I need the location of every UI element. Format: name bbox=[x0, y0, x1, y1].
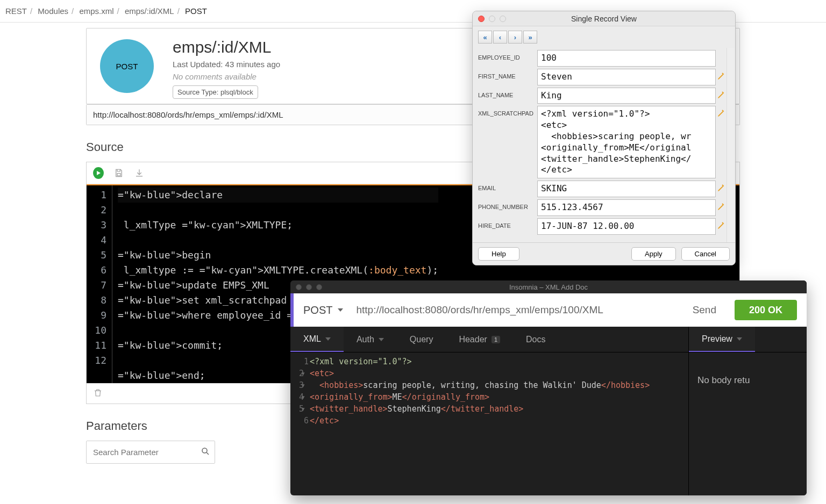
header-count-badge: 1 bbox=[492, 336, 500, 343]
edit-icon[interactable] bbox=[717, 91, 725, 99]
tab-preview-label: Preview bbox=[702, 334, 732, 344]
record-field-last_name: LAST_NAMEKing bbox=[478, 88, 730, 104]
request-body-editor[interactable]: 1 <?xml version="1.0"?>2▾<etc>3▾ <hobbie… bbox=[290, 352, 688, 495]
srv-nav: « ‹ › » bbox=[473, 26, 735, 48]
body-line[interactable]: 2▾<etc> bbox=[290, 368, 688, 379]
tab-query[interactable]: Query bbox=[397, 327, 446, 352]
chevron-down-icon bbox=[325, 337, 331, 341]
help-button[interactable]: Help bbox=[478, 247, 519, 261]
parameter-search-input[interactable] bbox=[93, 448, 195, 457]
field-label: XML_SCRATCHPAD bbox=[478, 106, 537, 117]
tab-body[interactable]: XML bbox=[290, 327, 344, 352]
body-line[interactable]: 6 </etc> bbox=[290, 415, 688, 427]
edit-icon[interactable] bbox=[717, 109, 725, 118]
insomnia-window-title: Insomnia – XML Add Doc bbox=[290, 283, 807, 291]
record-field-email: EMAILSKING bbox=[478, 181, 730, 197]
chevron-down-icon bbox=[379, 338, 384, 341]
request-method-dropdown[interactable]: POST bbox=[294, 304, 353, 316]
send-button[interactable]: Send bbox=[680, 304, 729, 316]
save-button[interactable] bbox=[113, 168, 124, 178]
tab-auth[interactable]: Auth bbox=[344, 327, 397, 352]
apply-button[interactable]: Apply bbox=[631, 247, 676, 261]
edit-icon[interactable] bbox=[717, 221, 725, 230]
field-value[interactable]: 100 bbox=[537, 50, 716, 67]
srv-window-title: Single Record View bbox=[473, 15, 735, 23]
crumb-empsxml[interactable]: emps.xml bbox=[79, 6, 113, 16]
trash-icon[interactable] bbox=[93, 391, 103, 399]
field-value[interactable]: SKING bbox=[537, 181, 716, 197]
body-line[interactable]: 3▾ <hobbies>scaring people, writing, cha… bbox=[290, 379, 688, 391]
body-line[interactable]: 1 <?xml version="1.0"?> bbox=[290, 356, 688, 368]
last-record-button[interactable]: » bbox=[523, 31, 537, 44]
record-field-xml_scratchpad: XML_SCRATCHPAD<?xml version="1.0"?> <etc… bbox=[478, 106, 730, 178]
tab-header[interactable]: Header 1 bbox=[446, 327, 513, 352]
field-value[interactable]: Steven bbox=[537, 69, 716, 85]
field-value[interactable]: 515.123.4567 bbox=[537, 199, 716, 216]
search-icon bbox=[201, 447, 210, 458]
body-line[interactable]: 5▾<twitter_handle>StephenKing</twitter_h… bbox=[290, 403, 688, 415]
single-record-view-window[interactable]: Single Record View « ‹ › » EMPLOYEE_ID10… bbox=[472, 11, 736, 265]
field-label: PHONE_NUMBER bbox=[478, 199, 537, 210]
record-field-phone_number: PHONE_NUMBER515.123.4567 bbox=[478, 199, 730, 216]
record-field-hire_date: HIRE_DATE17-JUN-87 12.00.00 bbox=[478, 218, 730, 235]
request-url-input[interactable]: http://localhost:8080/ords/hr/emps_xml/e… bbox=[353, 304, 679, 316]
field-label: EMAIL bbox=[478, 181, 537, 191]
srv-scrollbar[interactable] bbox=[727, 48, 734, 242]
field-label: LAST_NAME bbox=[478, 88, 537, 98]
crumb-handler[interactable]: emps/:id/XML bbox=[125, 6, 174, 16]
tab-docs[interactable]: Docs bbox=[513, 327, 558, 352]
chevron-down-icon bbox=[338, 308, 343, 312]
crumb-post: POST bbox=[185, 6, 207, 16]
tab-auth-label: Auth bbox=[357, 335, 374, 344]
request-method: POST bbox=[303, 304, 332, 316]
field-label: HIRE_DATE bbox=[478, 218, 537, 229]
method-badge: POST bbox=[100, 39, 154, 93]
tab-body-label: XML bbox=[303, 334, 321, 344]
crumb-rest[interactable]: REST bbox=[5, 6, 27, 16]
response-body-empty: No body retu bbox=[689, 361, 807, 400]
insomnia-window[interactable]: Insomnia – XML Add Doc POST http://local… bbox=[290, 280, 807, 495]
download-button[interactable] bbox=[134, 168, 145, 178]
field-label: EMPLOYEE_ID bbox=[478, 50, 537, 61]
edit-icon[interactable] bbox=[717, 184, 725, 192]
srv-titlebar[interactable]: Single Record View bbox=[473, 11, 735, 26]
svg-rect-0 bbox=[117, 174, 120, 176]
crumb-modules[interactable]: Modules bbox=[38, 6, 68, 16]
field-value[interactable]: King bbox=[537, 88, 716, 104]
field-label: FIRST_NAME bbox=[478, 69, 537, 80]
cancel-button[interactable]: Cancel bbox=[681, 247, 730, 261]
svg-point-1 bbox=[202, 448, 207, 453]
body-line[interactable]: 4▾<originally_from>ME</originally_from> bbox=[290, 391, 688, 403]
tab-header-label: Header bbox=[459, 335, 487, 344]
edit-icon[interactable] bbox=[717, 203, 725, 211]
insomnia-titlebar[interactable]: Insomnia – XML Add Doc bbox=[290, 280, 807, 293]
run-button[interactable] bbox=[93, 168, 104, 178]
first-record-button[interactable]: « bbox=[478, 31, 492, 44]
tab-preview[interactable]: Preview bbox=[689, 327, 755, 352]
record-field-first_name: FIRST_NAMESteven bbox=[478, 69, 730, 85]
edit-icon[interactable] bbox=[717, 72, 725, 81]
next-record-button[interactable]: › bbox=[508, 31, 522, 44]
play-icon bbox=[93, 167, 104, 179]
parameter-search[interactable] bbox=[86, 441, 215, 464]
prev-record-button[interactable]: ‹ bbox=[493, 31, 507, 44]
field-value[interactable]: 17-JUN-87 12.00.00 bbox=[537, 218, 716, 235]
chevron-down-icon bbox=[737, 337, 742, 341]
response-status: 200 OK bbox=[735, 300, 797, 320]
field-value[interactable]: <?xml version="1.0"?> <etc> <hobbies>sca… bbox=[537, 106, 716, 178]
record-field-employee_id: EMPLOYEE_ID100 bbox=[478, 50, 730, 67]
source-type-chip[interactable]: Source Type: plsql/block bbox=[173, 85, 258, 99]
